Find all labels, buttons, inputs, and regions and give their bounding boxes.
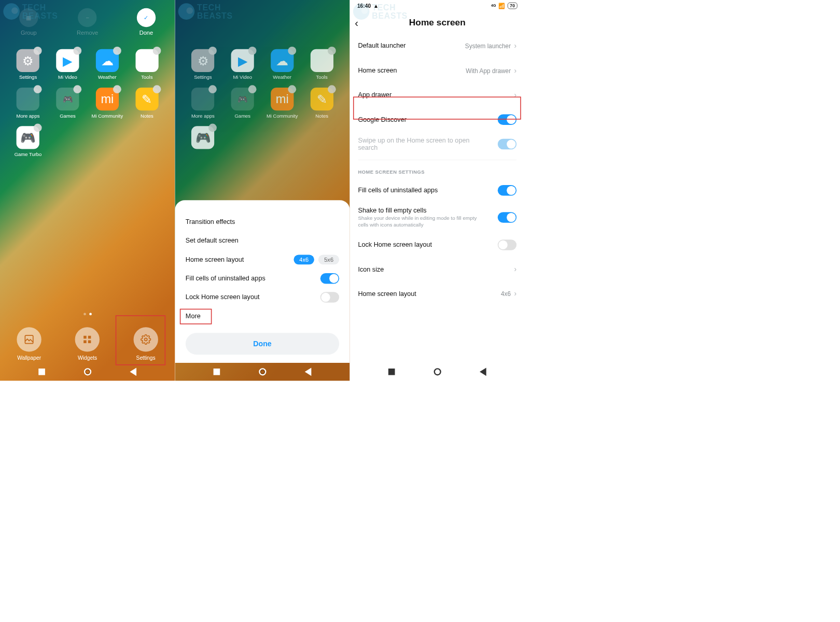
app-settings[interactable]: ⚙Settings bbox=[11, 49, 46, 80]
page-indicator bbox=[0, 313, 175, 316]
app-weather[interactable]: ☁Weather bbox=[90, 49, 124, 80]
settings-button[interactable]: Settings bbox=[133, 327, 158, 361]
toggle-lock-layout[interactable] bbox=[320, 292, 339, 303]
gamepad-icon: 🎮 bbox=[17, 126, 39, 149]
android-navbar bbox=[0, 363, 175, 381]
row-more[interactable]: More bbox=[186, 307, 339, 326]
app-game-turbo[interactable]: 🎮Game Turbo bbox=[11, 126, 46, 157]
toggle-google-discover[interactable] bbox=[498, 114, 516, 125]
app-tools[interactable]: Tools bbox=[304, 49, 339, 80]
row-default-launcher[interactable]: Default launcher System launcher› bbox=[358, 34, 516, 58]
app-mi-community[interactable]: miMi Community bbox=[265, 88, 300, 119]
home-button[interactable] bbox=[259, 368, 266, 375]
folder-icon bbox=[191, 88, 214, 110]
app-label: Notes bbox=[315, 113, 328, 119]
pencil-icon: ✎ bbox=[311, 88, 333, 110]
row-label: Default launcher bbox=[358, 42, 405, 49]
app-label: More apps bbox=[17, 113, 40, 119]
watermark-icon bbox=[353, 3, 370, 20]
app-games[interactable]: 🎮Games bbox=[225, 88, 260, 119]
row-label: App drawer bbox=[358, 91, 391, 98]
row-home-screen-layout[interactable]: Home screen layout 4x6› bbox=[358, 281, 516, 306]
image-icon bbox=[17, 327, 41, 351]
app-notes[interactable]: ✎Notes bbox=[304, 88, 339, 119]
seg-4x6[interactable]: 4x6 bbox=[293, 255, 314, 264]
layout-segmented: 4x6 5x6 bbox=[293, 255, 339, 264]
settings-label: Settings bbox=[136, 355, 156, 361]
toggle-lock-layout[interactable] bbox=[498, 239, 516, 250]
app-label: Tools bbox=[316, 75, 328, 80]
remove-button[interactable]: − Remove bbox=[77, 8, 98, 36]
widgets-button[interactable]: Widgets bbox=[75, 327, 100, 361]
back-button[interactable] bbox=[130, 367, 136, 376]
app-games[interactable]: 🎮Games bbox=[50, 88, 85, 119]
toggle-shake[interactable] bbox=[498, 212, 516, 223]
recents-button[interactable] bbox=[388, 369, 395, 375]
app-label: Weather bbox=[98, 75, 117, 80]
done-label: Done bbox=[139, 30, 153, 36]
done-button[interactable]: Done bbox=[186, 333, 339, 355]
battery-icon: 70 bbox=[508, 3, 517, 9]
app-mi-video[interactable]: ▶Mi Video bbox=[50, 49, 85, 80]
app-more-apps[interactable]: More apps bbox=[11, 88, 46, 119]
app-settings[interactable]: ⚙Settings bbox=[186, 49, 220, 80]
app-more-apps[interactable]: More apps bbox=[186, 88, 220, 119]
row-app-drawer[interactable]: App drawer › bbox=[358, 83, 516, 107]
grid-icon bbox=[75, 327, 100, 351]
row-label: Icon size bbox=[358, 265, 384, 273]
folder-icon bbox=[135, 49, 158, 72]
svg-rect-4 bbox=[88, 340, 91, 343]
row-home-screen-layout: Home screen layout 4x6 5x6 bbox=[186, 250, 339, 269]
app-label: Mi Community bbox=[92, 113, 123, 119]
watermark-line1: TECH bbox=[372, 3, 408, 11]
row-set-default-screen[interactable]: Set default screen bbox=[186, 231, 339, 250]
watermark-line2: BEASTS bbox=[372, 11, 408, 20]
back-button[interactable] bbox=[305, 367, 312, 376]
row-swipe-up-search: Swipe up on the Home screen to open sear… bbox=[358, 132, 516, 156]
row-label: Transition effects bbox=[186, 218, 235, 225]
row-home-screen[interactable]: Home screen With App drawer› bbox=[358, 58, 516, 82]
recents-button[interactable] bbox=[38, 369, 45, 375]
app-tools[interactable]: Tools bbox=[130, 49, 164, 80]
gear-icon: ⚙ bbox=[17, 49, 39, 72]
row-fill-cells: Fill cells of uninstalled apps bbox=[358, 178, 516, 203]
settings-sheet: Transition effects Set default screen Ho… bbox=[175, 200, 349, 363]
panel-home-screen-settings: TECH BEASTS 16:40 ▲ 4G 📶 70 ‹ Home scree… bbox=[350, 0, 525, 381]
back-button[interactable] bbox=[480, 367, 486, 376]
seg-5x6[interactable]: 5x6 bbox=[318, 255, 339, 264]
toggle-fill-cells[interactable] bbox=[498, 185, 516, 196]
app-label: Settings bbox=[19, 75, 37, 80]
app-weather[interactable]: ☁Weather bbox=[265, 49, 300, 80]
app-notes[interactable]: ✎Notes bbox=[130, 88, 164, 119]
row-transition-effects[interactable]: Transition effects bbox=[186, 213, 339, 231]
home-button[interactable] bbox=[84, 368, 91, 375]
gear-icon bbox=[133, 327, 158, 351]
signal-icon: 📶 bbox=[498, 3, 505, 9]
row-label: Fill cells of uninstalled apps bbox=[358, 187, 438, 194]
home-button[interactable] bbox=[433, 368, 441, 375]
app-mi-video[interactable]: ▶Mi Video bbox=[225, 49, 260, 80]
settings-list: Default launcher System launcher› Home s… bbox=[350, 34, 525, 306]
remove-label: Remove bbox=[77, 30, 98, 36]
row-icon-size[interactable]: Icon size › bbox=[358, 257, 516, 281]
watermark-icon bbox=[178, 3, 195, 20]
mi-icon: mi bbox=[271, 88, 293, 110]
svg-rect-3 bbox=[84, 340, 87, 343]
toggle-swipe-up[interactable] bbox=[498, 139, 516, 150]
gamepad-icon: 🎮 bbox=[191, 126, 214, 149]
toggle-fill-cells[interactable] bbox=[320, 273, 339, 284]
watermark-icon bbox=[3, 3, 20, 20]
chevron-right-icon: › bbox=[514, 41, 516, 50]
remove-icon: − bbox=[78, 8, 96, 27]
wallpaper-button[interactable]: Wallpaper bbox=[17, 327, 41, 361]
network-icon: 4G bbox=[491, 4, 496, 7]
app-mi-community[interactable]: miMi Community bbox=[90, 88, 124, 119]
done-button[interactable]: ✓ Done bbox=[137, 8, 156, 36]
pager-dot-active bbox=[89, 313, 92, 316]
app-label: Tools bbox=[141, 75, 152, 80]
app-game-turbo[interactable]: 🎮 bbox=[186, 126, 220, 149]
recents-button[interactable] bbox=[214, 369, 220, 375]
watermark-line1: TECH bbox=[22, 3, 58, 11]
folder-icon: 🎮 bbox=[56, 88, 79, 110]
panel-launcher-edit: TECH BEASTS ▦ Group − Remove ✓ Done ⚙Set… bbox=[0, 0, 175, 381]
